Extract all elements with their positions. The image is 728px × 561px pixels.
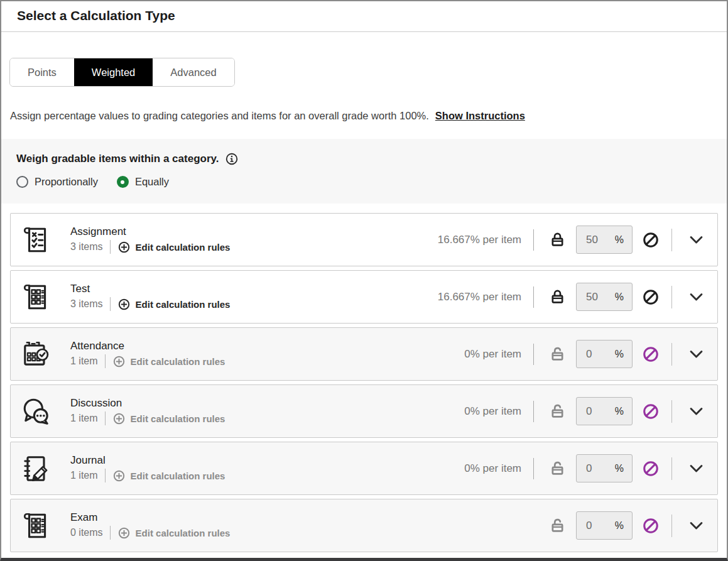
category-subrow: 3 items Edit calculation rules xyxy=(70,240,230,254)
weight-input[interactable] xyxy=(586,291,610,303)
subrow-divider xyxy=(110,297,111,311)
percent-sign: % xyxy=(615,520,624,531)
controls-divider xyxy=(533,286,534,308)
edit-calculation-rules-label: Edit calculation rules xyxy=(131,356,225,367)
category-row: Test 3 items Edit calculation rules 16.6… xyxy=(10,270,718,324)
tab-advanced[interactable]: Advanced xyxy=(153,58,234,86)
unlock-button[interactable] xyxy=(549,346,566,362)
circle-plus-icon xyxy=(112,412,126,425)
unlock-button[interactable] xyxy=(549,403,566,420)
subrow-divider xyxy=(110,526,111,540)
prohibit-icon xyxy=(642,403,660,420)
edit-calculation-rules-button[interactable]: Edit calculation rules xyxy=(117,298,231,311)
expand-category-button[interactable] xyxy=(688,288,705,305)
percent-sign: % xyxy=(615,234,624,246)
exclude-category-button[interactable] xyxy=(642,346,660,363)
expand-category-button[interactable] xyxy=(688,517,705,534)
expand-category-button[interactable] xyxy=(688,403,705,420)
tab-weighted[interactable]: Weighted xyxy=(74,58,153,86)
weigh-heading-text: Weigh gradable items within a category. xyxy=(16,153,219,165)
subrow-divider xyxy=(105,411,106,425)
category-name: Exam xyxy=(70,511,230,524)
chevron-down-icon xyxy=(688,403,705,420)
weight-input[interactable] xyxy=(586,405,610,418)
lock-open-icon xyxy=(549,517,566,534)
row-controls: % xyxy=(549,511,705,540)
chevron-down-icon xyxy=(688,231,705,248)
weigh-options: ProportionallyEqually xyxy=(16,176,712,188)
test-icon xyxy=(21,281,52,313)
tab-points[interactable]: Points xyxy=(10,58,74,86)
edit-calculation-rules-button[interactable]: Edit calculation rules xyxy=(117,526,231,540)
weight-input-box: % xyxy=(576,283,633,311)
edit-calculation-rules-button[interactable]: Edit calculation rules xyxy=(112,412,225,425)
instructions-body: Assign percentage values to grading cate… xyxy=(10,110,429,121)
exclude-category-button[interactable] xyxy=(642,231,660,249)
category-name: Attendance xyxy=(70,340,225,352)
category-subrow: 1 item Edit calculation rules xyxy=(70,469,225,482)
category-subrow: 1 item Edit calculation rules xyxy=(70,411,225,425)
exclude-category-button[interactable] xyxy=(642,517,660,535)
weight-input-box: % xyxy=(576,226,633,254)
subrow-divider xyxy=(110,240,111,254)
edit-calculation-rules-button[interactable]: Edit calculation rules xyxy=(117,241,231,254)
edit-calculation-rules-label: Edit calculation rules xyxy=(131,471,225,481)
exclude-category-button[interactable] xyxy=(642,403,660,420)
circle-plus-icon xyxy=(117,298,131,311)
weight-input[interactable] xyxy=(586,234,610,246)
category-item-count: 3 items xyxy=(70,298,103,310)
weight-input[interactable] xyxy=(586,462,610,475)
category-name: Assignment xyxy=(70,226,230,238)
category-info: Assignment 3 items Edit calculation rule… xyxy=(70,226,230,254)
radio-selected-icon[interactable] xyxy=(117,176,129,188)
info-icon[interactable] xyxy=(225,152,239,166)
per-item-text: 0% per item xyxy=(464,348,521,361)
prohibit-icon xyxy=(642,346,660,363)
exclude-category-button[interactable] xyxy=(642,288,660,306)
controls-divider xyxy=(533,344,534,365)
percent-sign: % xyxy=(615,463,624,474)
row-controls: 16.667% per item % xyxy=(438,226,705,254)
header-divider xyxy=(1,31,727,32)
category-item-count: 3 items xyxy=(70,241,103,253)
radio-option-equally[interactable]: Equally xyxy=(117,176,169,188)
expand-category-button[interactable] xyxy=(688,460,705,477)
edit-calculation-rules-button[interactable]: Edit calculation rules xyxy=(112,355,225,368)
per-item-text: 0% per item xyxy=(464,462,521,475)
radio-unselected-icon[interactable] xyxy=(16,176,28,188)
percent-sign: % xyxy=(615,406,624,417)
category-info: Journal 1 item Edit calculation rules xyxy=(70,454,225,482)
chevron-down-icon xyxy=(688,346,705,362)
subrow-divider xyxy=(105,469,106,482)
unlock-button[interactable] xyxy=(549,517,566,534)
percent-sign: % xyxy=(615,291,624,303)
category-info: Test 3 items Edit calculation rules xyxy=(70,283,230,311)
chevron-down-icon xyxy=(688,460,705,477)
instructions-text: Assign percentage values to grading cate… xyxy=(10,110,712,122)
lock-button[interactable] xyxy=(549,288,566,305)
category-row: Exam 0 items Edit calculation rules % xyxy=(10,499,718,552)
controls-divider xyxy=(533,229,534,251)
category-info: Discussion 1 item Edit calculation rules xyxy=(70,397,225,425)
lock-button[interactable] xyxy=(549,231,566,248)
category-name: Discussion xyxy=(70,397,225,410)
weight-input[interactable] xyxy=(586,520,610,532)
category-item-count: 0 items xyxy=(70,527,103,538)
page-title: Select a Calculation Type xyxy=(1,1,727,25)
category-row: Discussion 1 item Edit calculation rules… xyxy=(10,384,718,438)
radio-option-proportionally[interactable]: Proportionally xyxy=(16,176,98,188)
assignment-icon xyxy=(21,224,52,256)
chevron-divider xyxy=(671,286,672,308)
show-instructions-link[interactable]: Show Instructions xyxy=(435,110,525,121)
weight-input[interactable] xyxy=(586,348,610,361)
expand-category-button[interactable] xyxy=(688,231,705,248)
exclude-category-button[interactable] xyxy=(642,460,660,477)
chevron-divider xyxy=(671,343,672,366)
unlock-button[interactable] xyxy=(549,460,566,477)
edit-calculation-rules-button[interactable]: Edit calculation rules xyxy=(112,469,225,482)
category-subrow: 1 item Edit calculation rules xyxy=(70,354,225,368)
per-item-text: 0% per item xyxy=(464,405,521,418)
category-info: Attendance 1 item Edit calculation rules xyxy=(70,340,225,368)
lock-open-icon xyxy=(549,346,566,362)
expand-category-button[interactable] xyxy=(688,346,705,362)
